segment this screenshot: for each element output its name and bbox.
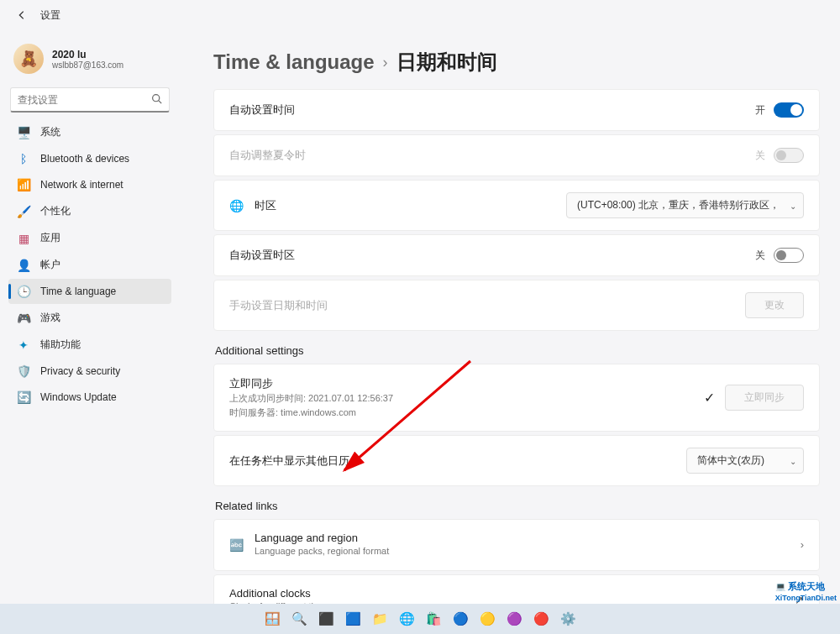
sidebar-item-label: Network & internet bbox=[40, 179, 123, 191]
sync-title: 立即同步 bbox=[229, 376, 393, 391]
chevron-down-icon: ⌄ bbox=[790, 201, 796, 210]
globe-icon: 🌐 bbox=[229, 199, 243, 212]
sidebar-item-label: 游戏 bbox=[40, 311, 60, 325]
settings-taskbar-icon[interactable]: ⚙️ bbox=[557, 608, 579, 630]
search-icon bbox=[151, 93, 162, 107]
nav-icon: ▦ bbox=[17, 232, 30, 245]
sync-now-button[interactable]: 立即同步 bbox=[725, 385, 804, 411]
sidebar-item--[interactable]: 🎮游戏 bbox=[8, 305, 171, 331]
user-email: wslbb87@163.com bbox=[52, 60, 123, 70]
sidebar-item-network-internet[interactable]: 📶Network & internet bbox=[8, 172, 171, 197]
svg-point-0 bbox=[153, 94, 160, 101]
nav-icon: 🖌️ bbox=[17, 205, 30, 218]
back-button[interactable] bbox=[13, 7, 30, 24]
auto-tz-state: 关 bbox=[755, 249, 765, 263]
app-title: 设置 bbox=[40, 8, 60, 23]
lang-region-title: Language and region bbox=[255, 532, 389, 544]
svg-line-1 bbox=[159, 100, 161, 102]
timezone-select[interactable]: (UTC+08:00) 北京，重庆，香港特别行政区， ⌄ bbox=[566, 192, 804, 218]
avatar: 🧸 bbox=[13, 44, 44, 74]
explorer-icon[interactable]: 📁 bbox=[369, 608, 391, 630]
dst-label: 自动调整夏令时 bbox=[229, 148, 306, 163]
sidebar-item--[interactable]: ✦辅助功能 bbox=[8, 332, 171, 358]
edge-icon[interactable]: 🌐 bbox=[396, 608, 417, 630]
sidebar-item--[interactable]: 🖌️个性化 bbox=[8, 198, 171, 224]
page-title: 日期和时间 bbox=[396, 49, 497, 76]
timezone-label: 时区 bbox=[255, 198, 276, 213]
sidebar-item-label: Privacy & security bbox=[40, 365, 120, 377]
chevron-down-icon: ⌄ bbox=[790, 456, 796, 465]
other-calendar-card: 在任务栏中显示其他日历 简体中文(农历) ⌄ bbox=[213, 435, 820, 486]
related-links-heading: Related links bbox=[215, 500, 820, 512]
nav-icon: 🖥️ bbox=[17, 126, 30, 139]
widgets-icon[interactable]: 🟦 bbox=[342, 608, 364, 630]
auto-time-state: 开 bbox=[755, 103, 765, 118]
chrome-icon[interactable]: 🟡 bbox=[476, 608, 498, 630]
check-icon: ✓ bbox=[704, 390, 715, 406]
sidebar-item-label: Time & language bbox=[40, 286, 116, 297]
setting-auto-timezone: 自动设置时区 关 bbox=[213, 234, 820, 276]
watermark: 💻 系统天地 XiTongTianDi.net bbox=[775, 580, 837, 602]
nav-icon: ✦ bbox=[17, 338, 30, 352]
main-content: Time & language › 日期和时间 自动设置时间 开 自动调整夏令时… bbox=[176, 30, 840, 634]
user-block[interactable]: 🧸 2020 lu wslbb87@163.com bbox=[7, 37, 173, 81]
sidebar-item-label: 个性化 bbox=[40, 204, 71, 218]
nav-icon: ᛒ bbox=[17, 152, 30, 165]
sidebar-item--[interactable]: ▦应用 bbox=[8, 225, 171, 251]
sidebar-item-time-language[interactable]: 🕒Time & language bbox=[8, 279, 171, 304]
search-input[interactable] bbox=[18, 94, 145, 106]
setting-timezone: 🌐 时区 (UTC+08:00) 北京，重庆，香港特别行政区， ⌄ bbox=[213, 180, 820, 231]
sync-last: 上次成功同步时间: 2021.07.01 12:56:37 bbox=[229, 391, 393, 406]
taskbar: 🪟 🔍 ⬛ 🟦 📁 🌐 🛍️ 🔵 🟡 🟣 🔴 ⚙️ bbox=[0, 604, 840, 634]
sidebar-item--[interactable]: 🖥️系统 bbox=[8, 119, 171, 145]
chevron-right-icon: › bbox=[801, 538, 804, 551]
task-view-icon[interactable]: ⬛ bbox=[315, 608, 337, 630]
search-taskbar-icon[interactable]: 🔍 bbox=[288, 608, 310, 630]
sidebar-item-label: 帐户 bbox=[40, 258, 60, 272]
sidebar-item-privacy-security[interactable]: 🛡️Privacy & security bbox=[8, 359, 171, 384]
user-name: 2020 lu bbox=[52, 49, 123, 60]
setting-auto-time: 自动设置时间 开 bbox=[213, 89, 820, 131]
additional-settings-heading: Additional settings bbox=[215, 344, 820, 357]
breadcrumb-parent[interactable]: Time & language bbox=[213, 50, 375, 74]
other-cal-label: 在任务栏中显示其他日历 bbox=[229, 453, 349, 469]
auto-time-label: 自动设置时间 bbox=[229, 102, 295, 118]
store-icon[interactable]: 🛍️ bbox=[423, 608, 444, 630]
start-button[interactable]: 🪟 bbox=[261, 608, 283, 630]
dst-toggle bbox=[774, 148, 804, 163]
nav-icon: 🕒 bbox=[17, 285, 30, 298]
chevron-right-icon: › bbox=[383, 54, 388, 71]
language-region-link[interactable]: 🔤 Language and region Language packs, re… bbox=[213, 519, 820, 571]
change-button: 更改 bbox=[745, 292, 804, 318]
auto-tz-label: 自动设置时区 bbox=[229, 248, 295, 263]
setting-manual-datetime: 手动设置日期和时间 更改 bbox=[213, 280, 820, 331]
sidebar-item--[interactable]: 👤帐户 bbox=[8, 252, 171, 278]
app-icon-3[interactable]: 🔴 bbox=[530, 608, 552, 630]
other-cal-select[interactable]: 简体中文(农历) ⌄ bbox=[686, 448, 804, 474]
sidebar-item-label: 应用 bbox=[40, 231, 60, 245]
dst-state: 关 bbox=[755, 149, 765, 163]
app-icon-2[interactable]: 🟣 bbox=[503, 608, 525, 630]
auto-time-toggle[interactable] bbox=[774, 102, 804, 118]
auto-tz-toggle[interactable] bbox=[774, 248, 804, 263]
add-clocks-title: Additional clocks bbox=[229, 587, 354, 600]
sync-server: 时间服务器: time.windows.com bbox=[229, 406, 393, 420]
sidebar: 🧸 2020 lu wslbb87@163.com 🖥️系统ᛒBluetooth… bbox=[0, 30, 176, 634]
nav-icon: 🎮 bbox=[17, 312, 30, 325]
lang-region-sub: Language packs, regional format bbox=[255, 544, 389, 558]
setting-dst: 自动调整夏令时 关 bbox=[213, 134, 820, 176]
language-icon: 🔤 bbox=[229, 538, 243, 552]
nav-icon: 🛡️ bbox=[17, 364, 30, 378]
nav-icon: 📶 bbox=[17, 178, 30, 191]
sidebar-item-label: 辅助功能 bbox=[40, 338, 81, 352]
sidebar-item-label: Windows Update bbox=[40, 391, 117, 403]
sidebar-item-windows-update[interactable]: 🔄Windows Update bbox=[8, 385, 171, 410]
breadcrumb: Time & language › 日期和时间 bbox=[213, 44, 820, 76]
search-box[interactable] bbox=[10, 87, 170, 113]
sidebar-item-bluetooth-devices[interactable]: ᛒBluetooth & devices bbox=[8, 146, 171, 171]
sidebar-item-label: Bluetooth & devices bbox=[40, 153, 129, 165]
manual-label: 手动设置日期和时间 bbox=[229, 298, 328, 313]
nav-icon: 👤 bbox=[17, 259, 30, 272]
nav-icon: 🔄 bbox=[17, 390, 30, 404]
app-icon-1[interactable]: 🔵 bbox=[449, 608, 471, 630]
